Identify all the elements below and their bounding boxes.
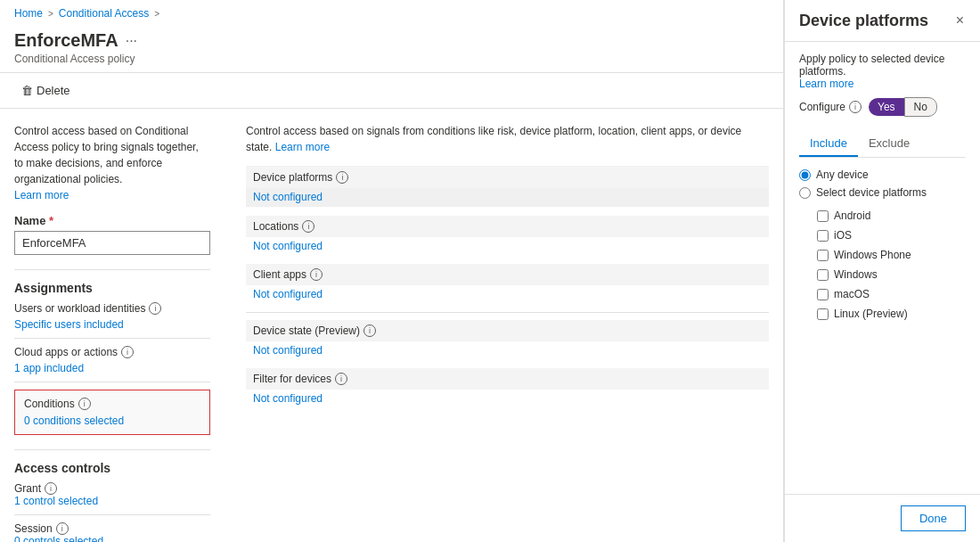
ios-checkbox[interactable]: iOS (803, 229, 966, 242)
session-link[interactable]: 0 controls selected (14, 535, 210, 542)
toolbar: 🗑 Delete (0, 73, 783, 109)
device-platforms-header: Device platforms i (246, 167, 769, 188)
access-controls-title: Access controls (14, 449, 210, 475)
grant-link[interactable]: 1 control selected (14, 495, 210, 507)
session-info-icon[interactable]: i (56, 522, 69, 535)
locations-info-icon[interactable]: i (302, 220, 314, 233)
device-state-header: Device state (Preview) i (246, 320, 769, 341)
linux-label: Linux (Preview) (834, 308, 908, 320)
session-assignment: Session i 0 controls selected (14, 522, 210, 542)
page-subtitle: Conditional Access policy (14, 53, 769, 65)
grant-info-icon[interactable]: i (45, 482, 57, 495)
name-input[interactable] (14, 231, 210, 255)
exclude-tab[interactable]: Exclude (858, 131, 920, 157)
left-learn-more[interactable]: Learn more (14, 189, 69, 201)
client-apps-status: Not configured (246, 285, 769, 303)
breadcrumb-sep1: > (48, 9, 53, 19)
windows-phone-label: Windows Phone (834, 249, 911, 261)
more-options-icon[interactable]: ··· (126, 33, 137, 49)
users-info-icon[interactable]: i (149, 302, 161, 315)
grant-assignment: Grant i 1 control selected (14, 482, 210, 507)
breadcrumb-sep2: > (154, 9, 159, 19)
name-field-label: Name * (14, 214, 210, 227)
include-tab[interactable]: Include (799, 131, 858, 157)
panel-header: Device platforms × (785, 0, 980, 42)
configure-row: Configure i Yes No (799, 97, 966, 117)
cloud-apps-assignment: Cloud apps or actions i 1 app included (14, 346, 210, 374)
right-learn-more[interactable]: Learn more (275, 141, 330, 153)
device-radio-group: Any device Select device platforms (799, 168, 966, 199)
device-platforms-panel: Device platforms × Apply policy to selec… (784, 0, 980, 542)
users-link[interactable]: Specific users included (14, 318, 210, 331)
breadcrumb: Home > Conditional Access > (0, 0, 783, 27)
client-apps-header: Client apps i (246, 264, 769, 285)
locations-status: Not configured (246, 237, 769, 255)
right-column: Control access based on signals from con… (246, 123, 769, 542)
breadcrumb-home[interactable]: Home (14, 7, 43, 20)
right-desc: Control access based on signals from con… (246, 123, 769, 155)
filter-header: Filter for devices i (246, 368, 769, 390)
conditions-info-icon[interactable]: i (78, 398, 91, 410)
cloud-info-icon[interactable]: i (121, 346, 134, 358)
conditions-link[interactable]: 0 conditions selected (24, 415, 124, 427)
configure-toggle: Yes No (869, 97, 937, 117)
select-device-platforms-option[interactable]: Select device platforms (799, 186, 966, 199)
macos-label: macOS (834, 288, 870, 300)
filter-info-icon[interactable]: i (335, 373, 347, 385)
page-title: EnforceMFA (14, 30, 118, 51)
android-checkbox[interactable]: Android (803, 209, 966, 222)
any-device-option[interactable]: Any device (799, 168, 966, 181)
panel-body: Apply policy to selected device platform… (785, 42, 980, 494)
breadcrumb-conditional-access[interactable]: Conditional Access (59, 7, 149, 20)
device-state-info-icon[interactable]: i (363, 324, 376, 337)
panel-learn-more[interactable]: Learn more (799, 78, 853, 90)
delete-button[interactable]: 🗑 Delete (14, 80, 78, 101)
conditions-box[interactable]: Conditions i 0 conditions selected (14, 390, 210, 435)
locations-header: Locations i (246, 216, 769, 237)
filter-row[interactable]: Filter for devices i Not configured (246, 368, 769, 407)
locations-row[interactable]: Locations i Not configured (246, 216, 769, 255)
filter-status: Not configured (246, 390, 769, 407)
toggle-yes-button[interactable]: Yes (869, 98, 904, 116)
left-desc: Control access based on Conditional Acce… (14, 123, 210, 203)
device-state-status: Not configured (246, 341, 769, 359)
panel-desc: Apply policy to selected device platform… (799, 53, 966, 90)
device-state-row[interactable]: Device state (Preview) i Not configured (246, 320, 769, 359)
panel-title: Device platforms (799, 12, 928, 30)
toggle-no-button[interactable]: No (904, 97, 937, 117)
ios-label: iOS (834, 229, 852, 242)
device-platforms-info-icon[interactable]: i (336, 171, 348, 184)
done-button[interactable]: Done (901, 505, 966, 531)
cloud-link[interactable]: 1 app included (14, 362, 210, 374)
windows-label: Windows (834, 268, 878, 281)
platform-checkboxes: Android iOS Windows Phone Windows macOS … (799, 209, 966, 320)
device-platforms-row[interactable]: Device platforms i Not configured (246, 166, 769, 207)
include-exclude-tabs: Include Exclude (799, 131, 966, 158)
panel-footer: Done (785, 494, 980, 542)
client-apps-info-icon[interactable]: i (310, 268, 323, 281)
windows-phone-checkbox[interactable]: Windows Phone (803, 249, 966, 261)
macos-checkbox[interactable]: macOS (803, 288, 966, 300)
client-apps-row[interactable]: Client apps i Not configured (246, 264, 769, 303)
android-label: Android (834, 209, 870, 222)
left-column: Control access based on Conditional Acce… (14, 123, 210, 542)
trash-icon: 🗑 (21, 84, 33, 97)
configure-info-icon[interactable]: i (849, 101, 862, 113)
panel-close-button[interactable]: × (954, 11, 966, 30)
windows-checkbox[interactable]: Windows (803, 268, 966, 281)
assignments-title: Assignments (14, 269, 210, 295)
page-header: EnforceMFA ··· Conditional Access policy (0, 27, 783, 73)
delete-label: Delete (37, 84, 70, 97)
name-required: * (45, 214, 53, 227)
users-assignment: Users or workload identities i Specific … (14, 302, 210, 331)
device-platforms-status: Not configured (246, 188, 769, 206)
linux-checkbox[interactable]: Linux (Preview) (803, 308, 966, 320)
